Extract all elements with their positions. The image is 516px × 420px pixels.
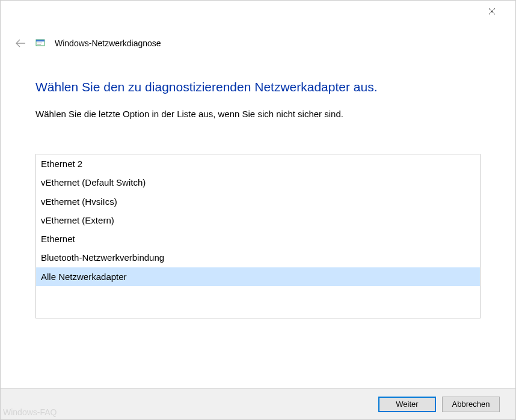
wizard-content: Wählen Sie den zu diagnostizierenden Net…: [1, 53, 515, 318]
svg-rect-4: [37, 43, 42, 43]
close-button[interactable]: [479, 2, 505, 20]
svg-rect-5: [37, 44, 41, 44]
svg-rect-3: [36, 40, 45, 41]
back-button[interactable]: [14, 37, 27, 50]
wizard-title: Windows-Netzwerkdiagnose: [55, 38, 161, 48]
adapter-list-item[interactable]: vEthernet (Default Switch): [36, 173, 480, 192]
close-icon: [488, 8, 496, 15]
wizard-header: Windows-Netzwerkdiagnose: [1, 22, 515, 53]
adapter-list-item[interactable]: Ethernet 2: [36, 154, 480, 173]
adapter-list-item[interactable]: Ethernet: [36, 230, 480, 248]
instruction-text: Wählen Sie die letzte Option in der List…: [35, 109, 481, 119]
titlebar: [1, 1, 515, 22]
network-troubleshooter-icon: [35, 38, 46, 48]
adapter-list-item[interactable]: Bluetooth-Netzwerkverbindung: [36, 248, 480, 267]
next-button[interactable]: Weiter: [378, 397, 436, 412]
adapter-list-item[interactable]: vEthernet (Extern): [36, 211, 480, 230]
adapter-listbox[interactable]: Ethernet 2vEthernet (Default Switch)vEth…: [35, 154, 481, 318]
arrow-left-icon: [15, 38, 26, 48]
wizard-footer: Weiter Abbrechen: [1, 388, 515, 419]
cancel-button[interactable]: Abbrechen: [442, 397, 500, 412]
page-heading: Wählen Sie den zu diagnostizierenden Net…: [35, 80, 481, 94]
adapter-list-item[interactable]: Alle Netzwerkadapter: [36, 267, 480, 286]
adapter-list-item[interactable]: vEthernet (HvsiIcs): [36, 192, 480, 211]
